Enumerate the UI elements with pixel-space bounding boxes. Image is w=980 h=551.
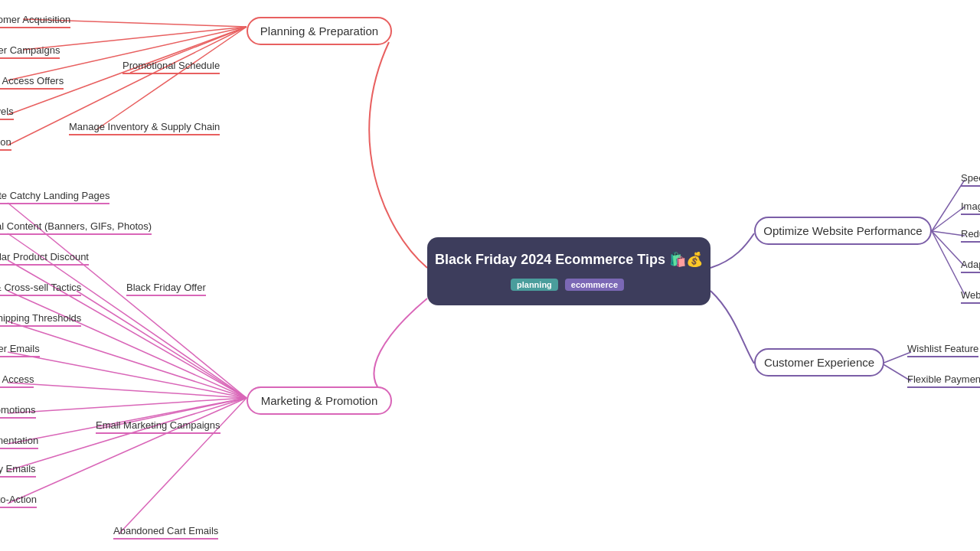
tag-black-friday: planning — [511, 279, 558, 291]
leaf-adapt: Adap — [961, 259, 980, 273]
leaf-early-access: Early Access — [0, 373, 34, 388]
leaf-communication: nication — [0, 136, 11, 151]
leaf-stock-levels: k Levels — [0, 106, 14, 120]
svg-line-18 — [8, 398, 247, 471]
svg-line-23 — [932, 231, 965, 236]
svg-line-10 — [77, 291, 247, 398]
node-planning-label: Planning & Preparation — [260, 24, 378, 37]
leaf-teaser-campaigns: Teaser Campaigns — [0, 44, 60, 59]
leaf-webp: WebP — [961, 289, 980, 304]
tag-ecommerce: ecommerce — [565, 279, 624, 291]
leaf-early-access-offers: Early Access Offers — [0, 75, 64, 90]
leaf-free-shipping: ee Shipping Thresholds — [0, 312, 81, 327]
leaf-customer-acquisition: Customer Acquisition — [0, 14, 70, 28]
leaf-speed: Speed — [961, 172, 980, 187]
leaf-promotions: e Promotions — [0, 404, 36, 419]
node-optimize-label: Optimize Website Performance — [763, 224, 922, 237]
center-title: Black Friday 2024 Ecommerce Tips 🛍️💰 — [435, 251, 703, 268]
node-customer[interactable]: Customer Experience — [754, 348, 884, 377]
svg-line-24 — [932, 231, 965, 266]
leaf-black-friday-offer: Black Friday Offer — [126, 282, 206, 296]
svg-line-14 — [8, 383, 247, 398]
leaf-cta: Call-to-Action — [0, 494, 37, 508]
leaf-flexible-payment: Flexible Payment — [907, 373, 980, 388]
center-node: Black Friday 2024 Ecommerce Tips 🛍️💰 pla… — [427, 237, 710, 305]
svg-line-25 — [932, 231, 965, 295]
svg-line-20 — [119, 398, 247, 534]
leaf-visual-content: Visual Content (Banners, GIFs, Photos) — [0, 220, 152, 235]
svg-line-6 — [96, 27, 247, 130]
node-planning[interactable]: Planning & Preparation — [247, 17, 392, 45]
svg-line-19 — [8, 398, 247, 504]
leaf-product-discount: popular Product Discount — [0, 251, 89, 266]
svg-line-11 — [8, 291, 247, 398]
leaf-abandoned-cart: Abandoned Cart Emails — [113, 525, 218, 540]
svg-line-15 — [8, 398, 247, 413]
leaf-promotional-schedule: Promotional Schedule — [122, 60, 220, 74]
leaf-teaser-emails: Teaser Emails — [0, 343, 40, 357]
leaf-landing-pages: Create Catchy Landing Pages — [0, 190, 109, 204]
leaf-friendly-emails: iendly Emails — [0, 463, 36, 478]
node-customer-label: Customer Experience — [764, 356, 874, 369]
leaf-email-campaigns: Email Marketing Campaigns — [96, 419, 220, 434]
node-optimize[interactable]: Optimize Website Performance — [754, 217, 932, 245]
leaf-image: Image — [961, 201, 980, 215]
svg-line-12 — [8, 321, 247, 398]
svg-line-22 — [932, 207, 965, 231]
node-marketing[interactable]: Marketing & Promotion — [247, 386, 392, 415]
svg-line-13 — [8, 352, 247, 398]
leaf-segmentation: Segmentation — [0, 435, 38, 449]
svg-line-21 — [932, 180, 965, 231]
leaf-reduce: Redu — [961, 228, 980, 243]
leaf-wishlist: Wishlist Feature — [907, 343, 978, 357]
svg-line-9 — [8, 260, 247, 398]
node-marketing-label: Marketing & Promotion — [261, 394, 378, 407]
leaf-manage-inventory: Manage Inventory & Supply Chain — [69, 121, 220, 135]
leaf-cross-sell: sell & Cross-sell Tactics — [0, 282, 81, 296]
